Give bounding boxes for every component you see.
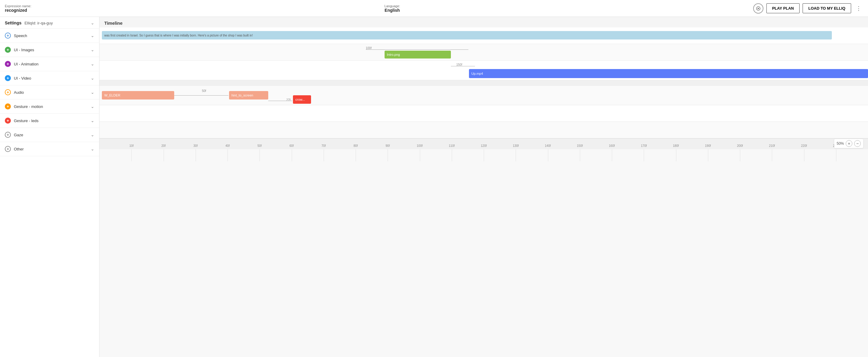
sidebar-item-speech[interactable]: +Speech⌄	[0, 29, 99, 43]
zoom-out-button[interactable]: −	[854, 140, 861, 147]
zoom-percent-label: 50%	[837, 141, 844, 146]
ruler: 10f20f30f40f50f60f70f80f90f100f110f120f1…	[99, 139, 868, 149]
settings-chevron-icon[interactable]: ⌄	[91, 21, 94, 25]
arrow3-line	[174, 95, 228, 96]
ruler-tick-120f: 120f	[481, 144, 487, 147]
other-icon: +	[5, 146, 11, 152]
timeline-inner: was first created in Israel. So I guess …	[99, 27, 868, 161]
sidebar-item-ui-video[interactable]: +UI - Video⌄	[0, 71, 99, 85]
w-elder-block[interactable]: W_ELDER	[102, 91, 174, 99]
ruler-tick-20f: 20f	[161, 144, 166, 147]
gesture-leds-chevron-icon: ⌄	[91, 118, 94, 123]
language-info: Language: English	[384, 4, 400, 13]
timeline-container[interactable]: was first created in Israel. So I guess …	[99, 27, 868, 357]
sidebar-item-audio-left: +Audio	[5, 89, 24, 95]
top-bar-actions: PLAY PLAN LOAD TO MY ELLIQ ⋮	[753, 3, 863, 13]
ruler-tick-70f: 70f	[321, 144, 326, 147]
ui-video-label: UI - Video	[14, 76, 31, 81]
ruler-tick-210f: 210f	[769, 144, 775, 147]
main-area: Settings ElliqId: ir-qa-guy ⌄ +Speech⌄+U…	[0, 17, 868, 357]
sidebar-item-other-left: +Other	[5, 146, 24, 152]
ruler-tick-140f: 140f	[545, 144, 551, 147]
sidebar-item-gesture-leds-left: +Gesture - leds	[5, 118, 38, 124]
timeline-header: Timeline	[99, 17, 868, 27]
sidebar-item-gesture-leds[interactable]: +Gesture - leds⌄	[0, 114, 99, 128]
expression-label: Expression name:	[5, 4, 31, 8]
ui-animation-label: UI - Animation	[14, 62, 38, 66]
gesture-motion-label: Gesture - motion	[14, 104, 43, 109]
expression-info: Expression name: recognized	[5, 4, 31, 13]
gesture-motion-chevron-icon: ⌄	[91, 104, 94, 109]
settings-title: Settings	[5, 21, 22, 25]
sidebar-item-ui-animation[interactable]: +UI - Animation⌄	[0, 57, 99, 71]
play-plan-button[interactable]: PLAY PLAN	[767, 3, 800, 13]
play-icon	[756, 6, 761, 10]
sidebar-item-ui-images[interactable]: +UI - Images⌄	[0, 43, 99, 57]
gesture-leds-icon: +	[5, 118, 11, 124]
intro-png-block[interactable]: Intro.png	[384, 51, 451, 59]
crow-block[interactable]: crow...	[293, 95, 311, 104]
ruler-tick-130f: 130f	[513, 144, 519, 147]
kebab-menu-button[interactable]: ⋮	[854, 4, 863, 13]
speech-icon: +	[5, 33, 11, 38]
speech-label: Speech	[14, 33, 27, 38]
sidebar-item-gaze-left: +Gaze	[5, 132, 23, 138]
ruler-tick-110f: 110f	[449, 144, 455, 147]
row-empty2	[99, 122, 868, 139]
ui-images-icon: +	[5, 47, 11, 53]
svg-marker-1	[758, 7, 759, 9]
language-label: Language:	[384, 4, 400, 8]
arrow4-label: 27f	[286, 98, 290, 101]
sidebar-item-gaze[interactable]: +Gaze⌄	[0, 128, 99, 142]
ruler-tick-30f: 30f	[193, 144, 198, 147]
arrow3-label: 50f	[202, 89, 206, 93]
row-empty1	[99, 105, 868, 122]
sidebar-item-audio[interactable]: +Audio⌄	[0, 85, 99, 99]
ruler-tick-190f: 190f	[705, 144, 711, 147]
ui-video-icon: +	[5, 75, 11, 81]
ruler-tick-200f: 200f	[737, 144, 743, 147]
elliq-id: ElliqId: ir-qa-guy	[24, 21, 53, 25]
arrow2-line	[451, 66, 475, 66]
row-gap	[99, 80, 868, 86]
ui-animation-chevron-icon: ⌄	[91, 61, 94, 66]
gesture-motion-icon: +	[5, 103, 11, 110]
play-button[interactable]	[753, 3, 764, 13]
row-gesture: W_ELDER 50f hint_to_screen 27f crow...	[99, 86, 868, 105]
ruler-tick-170f: 170f	[641, 144, 647, 147]
audio-icon: +	[5, 89, 11, 95]
other-chevron-icon: ⌄	[91, 147, 94, 151]
ui-video-chevron-icon: ⌄	[91, 76, 94, 81]
row-video: 150f Up.mp4	[99, 61, 868, 80]
arrow4-line	[268, 101, 292, 101]
audio-label: Audio	[14, 90, 24, 95]
hint-to-screen-block[interactable]: hint_to_screen	[229, 91, 268, 99]
ui-images-label: UI - Images	[14, 48, 34, 52]
up-mp4-block[interactable]: Up.mp4	[469, 69, 868, 78]
sidebar-items: +Speech⌄+UI - Images⌄+UI - Animation⌄+UI…	[0, 29, 99, 156]
audio-chevron-icon: ⌄	[91, 90, 94, 95]
ruler-tick-150f: 150f	[577, 144, 583, 147]
other-label: Other	[14, 147, 24, 151]
ruler-tick-220f: 220f	[801, 144, 807, 147]
arrow1-line	[366, 50, 469, 50]
ruler-tick-80f: 80f	[353, 144, 358, 147]
sidebar-item-ui-video-left: +UI - Video	[5, 75, 31, 81]
load-to-elliq-button[interactable]: LOAD TO MY ELLIQ	[803, 3, 851, 13]
sidebar-item-gesture-motion-left: +Gesture - motion	[5, 103, 43, 110]
ruler-tick-160f: 160f	[609, 144, 615, 147]
ui-images-chevron-icon: ⌄	[91, 47, 94, 52]
ui-animation-icon: +	[5, 61, 11, 67]
sidebar-item-gesture-motion[interactable]: +Gesture - motion⌄	[0, 99, 99, 114]
timeline-title: Timeline	[104, 21, 123, 26]
ruler-tick-100f: 100f	[417, 144, 423, 147]
speech-chevron-icon: ⌄	[91, 33, 94, 38]
zoom-in-button[interactable]: +	[846, 140, 852, 147]
ruler-tick-90f: 90f	[385, 144, 390, 147]
ruler-tick-40f: 40f	[225, 144, 230, 147]
speech-text-block[interactable]: was first created in Israel. So I guess …	[102, 31, 832, 39]
sidebar-item-other[interactable]: +Other⌄	[0, 142, 99, 156]
sidebar-item-ui-images-left: +UI - Images	[5, 47, 34, 53]
gaze-icon: +	[5, 132, 11, 138]
language-value: English	[384, 8, 400, 13]
